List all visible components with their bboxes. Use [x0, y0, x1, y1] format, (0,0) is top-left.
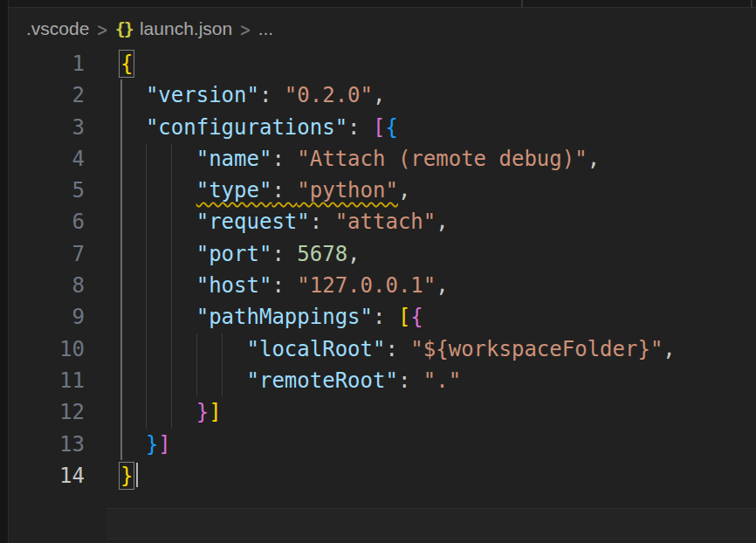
line-number[interactable]: 1	[9, 48, 105, 79]
current-line-highlight	[107, 508, 756, 540]
code-line-2[interactable]: "version": "0.2.0",	[120, 79, 756, 111]
tab-bar[interactable]	[9, 0, 756, 8]
indent-guide	[120, 79, 122, 460]
indent-guide	[146, 143, 148, 429]
text-cursor	[136, 463, 139, 487]
gutter[interactable]: 1234567891011121314	[9, 48, 105, 491]
line-number[interactable]: 7	[9, 238, 105, 270]
line-number[interactable]: 2	[9, 79, 105, 111]
code-line-10[interactable]: "localRoot": "${workspaceFolder}",	[120, 333, 756, 365]
code-line-6[interactable]: "request": "attach",	[120, 206, 756, 237]
tab-divider	[521, 0, 523, 8]
chevron-right-icon: >	[97, 17, 107, 41]
code-line-1[interactable]: {	[120, 48, 756, 79]
json-braces-icon: {}	[115, 18, 133, 39]
breadcrumb: .vscode > {} launch.json > ...	[9, 9, 756, 48]
code-line-9[interactable]: "pathMappings": [{	[120, 301, 756, 333]
code-line-13[interactable]: }]	[120, 429, 756, 460]
indent-guide	[196, 333, 198, 397]
code-line-8[interactable]: "host": "127.0.0.1",	[120, 270, 756, 301]
indent-guide	[222, 333, 223, 397]
code-line-7[interactable]: "port": 5678,	[120, 238, 756, 270]
breadcrumb-ellipsis[interactable]: ...	[258, 18, 274, 39]
line-number[interactable]: 6	[9, 206, 105, 237]
code-area[interactable]: { "version": "0.2.0", "configurations": …	[120, 48, 756, 491]
line-number[interactable]: 4	[9, 143, 105, 175]
breadcrumb-item-vscode[interactable]: .vscode	[26, 18, 89, 39]
breadcrumb-item-launch-json[interactable]: launch.json	[140, 18, 232, 39]
code-line-4[interactable]: "name": "Attach (remote debug)",	[120, 143, 756, 175]
code-line-12[interactable]: }]	[120, 396, 756, 428]
code-line-3[interactable]: "configurations": [{	[120, 112, 756, 143]
line-number[interactable]: 5	[9, 175, 105, 206]
vscode-editor-window: .vscode > {} launch.json > ... 123456789…	[0, 0, 756, 543]
code-line-11[interactable]: "remoteRoot": "."	[120, 365, 756, 396]
chevron-right-icon: >	[240, 17, 250, 41]
bracket-match-highlight: {	[120, 52, 133, 76]
line-number[interactable]: 9	[9, 301, 105, 333]
line-number[interactable]: 12	[9, 396, 105, 428]
tab-divider	[751, 0, 753, 8]
line-number[interactable]: 8	[9, 270, 105, 301]
indent-guide	[171, 143, 173, 429]
line-number[interactable]: 14	[9, 460, 105, 491]
editor[interactable]: 1234567891011121314 { "version": "0.2.0"…	[9, 48, 756, 543]
code-line-14[interactable]: }	[120, 460, 756, 491]
bracket-match-highlight: }	[120, 464, 133, 488]
line-number[interactable]: 10	[9, 333, 105, 365]
sidebar-edge	[0, 0, 9, 543]
line-number[interactable]: 11	[9, 365, 105, 396]
line-number[interactable]: 3	[9, 112, 105, 143]
line-number[interactable]: 13	[9, 429, 105, 460]
code-line-5[interactable]: "type": "python",	[120, 175, 756, 206]
